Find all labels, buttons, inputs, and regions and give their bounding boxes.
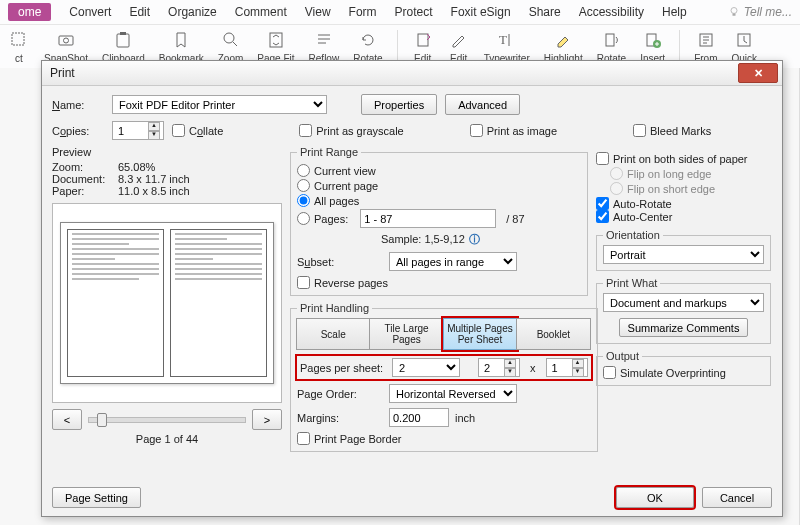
zoom-value: 65.08% [118,161,155,173]
svg-rect-1 [732,14,735,16]
menu-help[interactable]: Help [662,5,687,19]
svg-point-4 [63,38,68,43]
tell-me[interactable]: Tell me... [728,5,792,19]
tool-rotate1[interactable]: Rotate [353,29,382,64]
pps-select[interactable]: 2 [392,358,460,377]
svg-rect-13 [606,34,614,46]
duplex-checkbox[interactable]: Print on both sides of paper [596,152,771,165]
print-dialog: Print ✕ Name: Foxit PDF Editor Printer P… [41,60,783,517]
menu-share[interactable]: Share [529,5,561,19]
doc-value: 8.3 x 11.7 inch [118,173,190,185]
orientation-select[interactable]: Portrait [603,245,764,264]
subset-label: Subset: [297,256,383,268]
svg-rect-10 [418,34,428,46]
menu-form[interactable]: Form [349,5,377,19]
margins-input[interactable] [389,408,449,427]
tool-bookmark[interactable]: Bookmark [159,29,204,64]
order-select[interactable]: Horizontal Reversed [389,384,517,403]
flip-short-radio: Flip on short edge [610,182,771,195]
collate-checkbox[interactable]: Collate [172,124,223,137]
menu-view[interactable]: View [305,5,331,19]
autorotate-checkbox[interactable]: Auto-Rotate [596,197,771,210]
menu-home[interactable]: ome [8,3,51,21]
autocenter-checkbox[interactable]: Auto-Center [596,210,771,223]
range-all-pages[interactable]: All pages [297,194,581,207]
zoom-label: Zoom: [52,161,112,173]
tool-clipboard[interactable]: Clipboard [102,29,145,64]
range-legend: Print Range [297,146,361,158]
preview-slider[interactable] [88,417,246,423]
range-current-view[interactable]: Current view [297,164,581,177]
ok-button[interactable]: OK [616,487,694,508]
name-label: Name: [52,99,104,111]
overprint-checkbox[interactable]: Simulate Overprinting [603,366,764,379]
sample-text: Sample: 1,5-9,12 [381,233,465,245]
grayscale-checkbox[interactable]: Print as grayscale [299,124,403,137]
advanced-button[interactable]: Advanced [445,94,520,115]
paper-value: 11.0 x 8.5 inch [118,185,190,197]
svg-rect-6 [120,32,126,35]
menu-accessibility[interactable]: Accessibility [579,5,644,19]
main-menu: ome Convert Edit Organize Comment View F… [0,0,800,25]
cancel-button[interactable]: Cancel [702,487,772,508]
tool-reflow[interactable]: Reflow [309,29,340,64]
tool-insert[interactable]: Insert [640,29,665,64]
menu-protect[interactable]: Protect [395,5,433,19]
border-checkbox[interactable]: Print Page Border [297,432,591,445]
tool-edit2[interactable]: Edit [448,29,470,64]
menu-comment[interactable]: Comment [235,5,287,19]
dialog-title: Print [50,66,75,80]
svg-rect-5 [117,34,129,47]
menu-edit[interactable]: Edit [129,5,150,19]
pps-w-spinner[interactable]: ▲▼ [478,358,520,377]
tool-rotate2[interactable]: Rotate [597,29,626,64]
tab-scale[interactable]: Scale [296,318,370,350]
orientation-legend: Orientation [603,229,663,241]
tool-zoom[interactable]: Zoom [218,29,244,64]
range-current-page[interactable]: Current page [297,179,581,192]
tool-edit1[interactable]: Edit [412,29,434,64]
summarize-button[interactable]: Summarize Comments [619,318,749,337]
subset-select[interactable]: All pages in range [389,252,517,271]
range-pages-radio[interactable] [297,212,310,225]
next-page-button[interactable]: > [252,409,282,430]
menu-convert[interactable]: Convert [69,5,111,19]
pps-h-spinner[interactable]: ▲▼ [546,358,588,377]
output-legend: Output [603,350,642,362]
tool-highlight[interactable]: Highlight [544,29,583,64]
pps-label: Pages per sheet: [300,362,386,374]
copies-spinner[interactable]: ▲▼ [112,121,164,140]
tool-quick[interactable]: Quick [732,29,758,64]
svg-point-7 [224,33,234,43]
tool-snapshot[interactable]: SnapShot [44,29,88,64]
close-button[interactable]: ✕ [738,63,778,83]
menu-organize[interactable]: Organize [168,5,217,19]
tool-typewriter[interactable]: TTypewriter [484,29,530,64]
copies-label: Copies: [52,125,104,137]
properties-button[interactable]: Properties [361,94,437,115]
tool-select[interactable]: ct [8,29,30,64]
order-label: Page Order: [297,388,383,400]
printer-select[interactable]: Foxit PDF Editor Printer [112,95,327,114]
as-image-checkbox[interactable]: Print as image [470,124,557,137]
orientation-group: Orientation Portrait [596,229,771,271]
preview-canvas [52,203,282,403]
bleed-checkbox[interactable]: Bleed Marks [633,124,711,137]
reverse-checkbox[interactable]: Reverse pages [297,276,581,289]
prev-page-button[interactable]: < [52,409,82,430]
info-icon[interactable]: ⓘ [469,233,480,245]
pages-input[interactable] [360,209,496,228]
tab-booklet[interactable]: Booklet [516,318,590,350]
menu-esign[interactable]: Foxit eSign [451,5,511,19]
handling-tabs: Scale Tile Large Pages Multiple Pages Pe… [297,318,591,350]
page-setting-button[interactable]: Page Setting [52,487,141,508]
tab-multiple-pages[interactable]: Multiple Pages Per Sheet [443,318,517,350]
tab-tile[interactable]: Tile Large Pages [369,318,443,350]
printwhat-select[interactable]: Document and markups [603,293,764,312]
printwhat-legend: Print What [603,277,660,289]
handling-legend: Print Handling [297,302,372,314]
tool-pagefit[interactable]: Page Fit [257,29,294,64]
print-range-group: Print Range Current view Current page Al… [290,146,588,296]
tool-from[interactable]: From [694,29,717,64]
doc-label: Document: [52,173,112,185]
